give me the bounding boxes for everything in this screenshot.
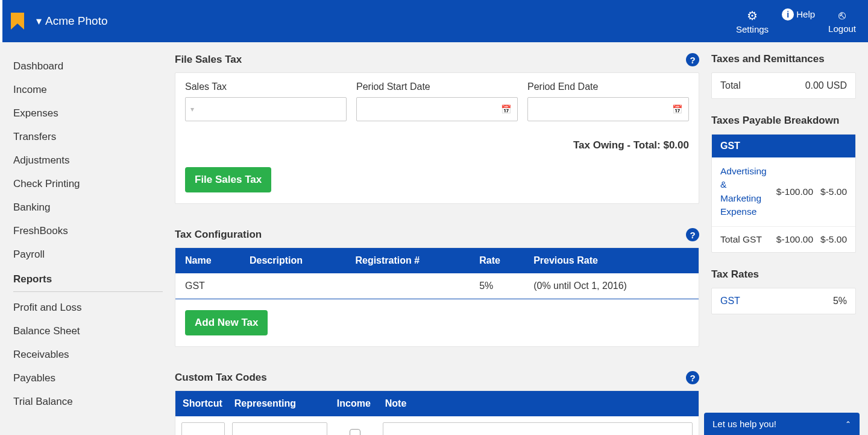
right-rail: Taxes and Remittances Total 0.00 USD Tax… [711, 42, 868, 435]
help-icon[interactable]: ? [686, 371, 699, 384]
sidebar-item-receivables[interactable]: Receivables [13, 343, 163, 366]
tax-config-card: NameDescriptionRegistration #RatePreviou… [175, 247, 699, 347]
rates-title: Tax Rates [711, 268, 856, 281]
period-end-input[interactable]: 📅 [527, 97, 689, 121]
calendar-icon: 📅 [501, 104, 511, 114]
help-bar[interactable]: Let us help you! ⌃ [704, 413, 860, 435]
table-cell: (0% until Oct 1, 2016) [527, 273, 699, 299]
breakdown-tax: $-5.00 [820, 186, 847, 197]
rate-value: 5% [833, 296, 847, 306]
custom-code-row [175, 416, 699, 435]
file-sales-tax-title: File Sales Tax [175, 54, 242, 66]
caret-down-icon: ▾ [36, 14, 42, 28]
sidebar-item-profit-and-loss[interactable]: Profit and Loss [13, 296, 163, 319]
breakdown-label: Total GST [720, 234, 769, 245]
tax-config-title: Tax Configuration [175, 229, 262, 241]
payable-card: GST Advertising & Marketing Expense$-100… [711, 134, 856, 253]
sales-tax-select[interactable]: ▾ [185, 97, 347, 121]
note-input[interactable] [383, 422, 693, 435]
tax-config-col: Description [244, 248, 349, 273]
rate-link[interactable]: GST [720, 296, 740, 306]
sidebar-item-balance-sheet[interactable]: Balance Sheet [13, 319, 163, 343]
help-label: Help [796, 9, 815, 19]
settings-button[interactable]: ⚙ Settings [736, 8, 769, 34]
gear-icon: ⚙ [736, 8, 769, 23]
tax-config-table: NameDescriptionRegistration #RatePreviou… [175, 248, 699, 299]
settings-label: Settings [736, 24, 769, 34]
org-name: Acme Photo [45, 14, 108, 28]
period-end-label: Period End Date [527, 81, 689, 92]
period-start-input[interactable]: 📅 [356, 97, 518, 121]
org-switcher[interactable]: ▾ Acme Photo [36, 14, 108, 28]
shortcut-input[interactable] [181, 422, 225, 435]
sidebar-reports-header: Reports [13, 266, 163, 290]
income-checkbox[interactable] [350, 429, 360, 436]
breakdown-tax: $-5.00 [820, 234, 847, 245]
period-start-label: Period Start Date [356, 81, 518, 92]
breakdown-row: Advertising & Marketing Expense$-100.00$… [712, 157, 855, 227]
sidebar-item-banking[interactable]: Banking [13, 195, 163, 219]
sidebar-item-payables[interactable]: Payables [13, 366, 163, 390]
info-icon: i [782, 8, 794, 21]
calendar-icon: 📅 [672, 104, 682, 114]
remittances-total-label: Total [720, 80, 741, 91]
sidebar: DashboardIncomeExpensesTransfersAdjustme… [0, 42, 169, 435]
tax-config-col: Registration # [349, 248, 473, 273]
breakdown-row: Total GST$-100.00$-5.00 [712, 227, 855, 252]
table-cell: GST [175, 273, 244, 299]
remittances-title: Taxes and Remittances [711, 53, 856, 65]
rates-card: GST5% [711, 288, 856, 314]
custom-codes-col: Shortcut [175, 391, 228, 416]
table-cell [349, 273, 473, 299]
table-cell [244, 273, 349, 299]
custom-tax-codes-card: ShortcutRepresentingIncomeNote [175, 390, 699, 435]
sidebar-item-trial-balance[interactable]: Trial Balance [13, 390, 163, 413]
custom-tax-codes-title: Custom Tax Codes [175, 372, 267, 384]
main-content: File Sales Tax ? Sales Tax ▾ Period Star… [169, 42, 711, 435]
file-sales-tax-button[interactable]: File Sales Tax [185, 167, 271, 192]
file-sales-tax-card: Sales Tax ▾ Period Start Date 📅 Period E… [175, 72, 699, 204]
logout-icon: ⎋ [828, 8, 856, 22]
custom-codes-col: Note [379, 391, 699, 416]
tax-config-col: Rate [473, 248, 527, 273]
sidebar-item-income[interactable]: Income [13, 78, 163, 101]
top-bar: ▾ Acme Photo ⚙ Settings i Help ⎋ Logout [0, 0, 868, 42]
help-icon[interactable]: ? [686, 53, 699, 66]
caret-down-icon: ▾ [190, 105, 194, 113]
sidebar-item-dashboard[interactable]: Dashboard [13, 54, 163, 78]
payable-band: GST [712, 135, 855, 157]
breakdown-link[interactable]: Advertising & Marketing Expense [720, 165, 769, 219]
table-row[interactable]: GST5%(0% until Oct 1, 2016) [175, 273, 699, 299]
sidebar-item-freshbooks[interactable]: FreshBooks [13, 219, 163, 243]
svg-marker-0 [11, 13, 24, 30]
logout-label: Logout [828, 24, 856, 34]
custom-codes-col: Income [331, 391, 379, 416]
top-bar-left: ▾ Acme Photo [2, 13, 108, 30]
add-new-tax-button[interactable]: Add New Tax [185, 310, 268, 335]
rate-row: GST5% [712, 288, 855, 314]
custom-codes-col: Representing [228, 391, 331, 416]
sidebar-item-adjustments[interactable]: Adjustments [13, 148, 163, 172]
sidebar-item-transfers[interactable]: Transfers [13, 125, 163, 148]
sidebar-item-expenses[interactable]: Expenses [13, 101, 163, 125]
sales-tax-label: Sales Tax [185, 81, 347, 92]
logout-button[interactable]: ⎋ Logout [828, 8, 856, 34]
representing-input[interactable] [232, 422, 327, 435]
table-cell: 5% [473, 273, 527, 299]
help-button[interactable]: i Help [782, 8, 815, 34]
help-icon[interactable]: ? [686, 228, 699, 241]
help-bar-label: Let us help you! [712, 419, 776, 429]
payable-title: Taxes Payable Breakdown [711, 115, 856, 127]
remittances-card: Total 0.00 USD [711, 72, 856, 99]
tax-owing-total: Tax Owing - Total: $0.00 [185, 139, 689, 151]
tax-config-col: Name [175, 248, 244, 273]
breakdown-amount: $-100.00 [776, 186, 813, 197]
top-bar-right: ⚙ Settings i Help ⎋ Logout [736, 8, 856, 34]
sidebar-item-check-printing[interactable]: Check Printing [13, 172, 163, 195]
chevron-up-icon: ⌃ [845, 420, 851, 428]
remittances-total-value: 0.00 USD [805, 80, 847, 91]
sidebar-divider [13, 291, 163, 292]
sidebar-item-payroll[interactable]: Payroll [13, 243, 163, 266]
tax-config-col: Previous Rate [527, 248, 699, 273]
breakdown-amount: $-100.00 [776, 234, 813, 245]
